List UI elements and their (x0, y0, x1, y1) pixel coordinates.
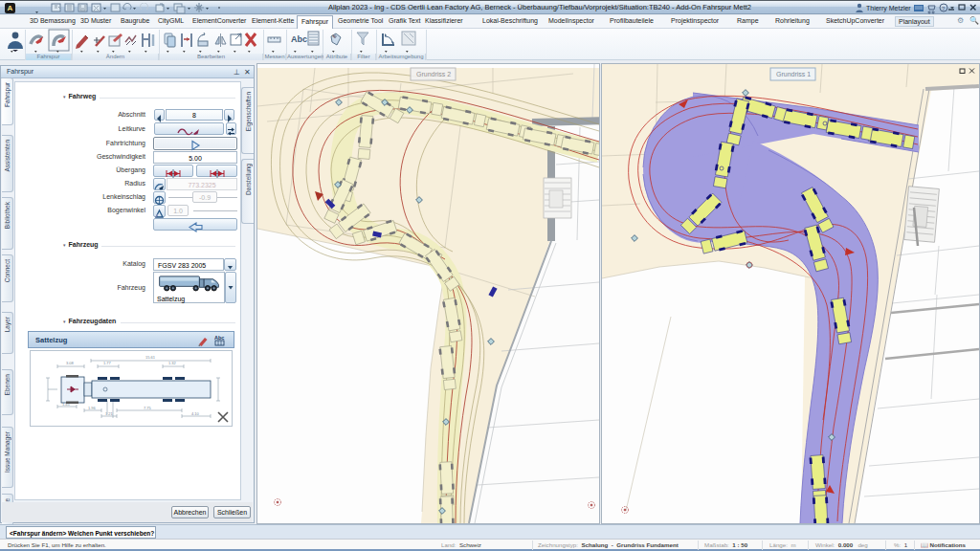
svg-text:3.08: 3.08 (66, 361, 75, 365)
svg-text:Grundriss 2: Grundriss 2 (416, 71, 451, 77)
svg-text:?: ? (942, 6, 946, 11)
svg-text:1.21: 1.21 (105, 411, 114, 416)
svg-text:7.75: 7.75 (144, 406, 152, 410)
svg-text:Thierry Metzler: Thierry Metzler (866, 5, 911, 12)
svg-text:4.10: 4.10 (191, 411, 200, 416)
svg-text:1.77: 1.77 (103, 361, 112, 365)
svg-text:Abc: Abc (291, 34, 307, 44)
svg-text:1.32: 1.32 (168, 361, 177, 365)
svg-text:15.61: 15.61 (145, 355, 156, 360)
svg-text:Grundriss 1: Grundriss 1 (776, 71, 811, 77)
svg-text:1.96: 1.96 (88, 406, 97, 410)
svg-text:✎: ✎ (332, 33, 336, 39)
svg-text:Abc: Abc (214, 335, 224, 341)
